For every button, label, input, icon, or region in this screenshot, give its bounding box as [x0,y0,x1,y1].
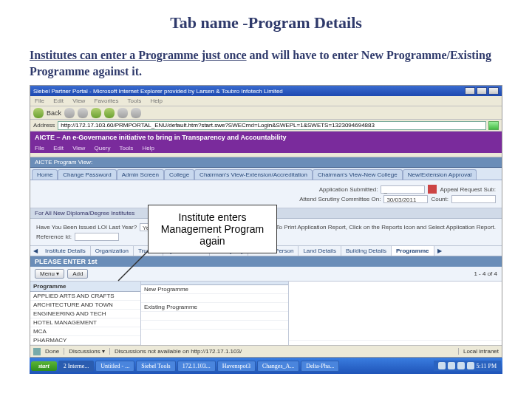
stop-icon[interactable] [78,108,88,118]
slide-title: Tab name -Program Details [30,13,502,33]
app-menubar: File Edit View Query Tools Help [30,143,502,153]
type-cell[interactable] [141,294,288,303]
zone-local-intranet: Local intranet [458,348,499,355]
app-menu-file[interactable]: File [35,145,44,151]
app-submitted-value: _ [381,185,425,194]
list-toolbar: Menu ▾ Add 1 - 4 of 4 [30,267,502,282]
tray-icon[interactable] [438,362,446,369]
tab-admin-screen[interactable]: Admin Screen [117,169,164,180]
callout-box: Institute enters Management Program agai… [148,205,277,253]
refresh-icon[interactable] [91,108,101,118]
ie-menu-help[interactable]: Help [151,98,163,104]
reference-id-value [75,233,119,241]
taskbar-item[interactable]: Untitled - ... [95,361,134,372]
programme-cell[interactable]: HOTEL MANAGEMENT [30,318,140,327]
subtab-programme[interactable]: Programme [392,246,434,256]
svg-line-0 [118,248,151,281]
done-icon [33,348,41,355]
count-value [451,195,496,203]
clock[interactable]: 5:11 PM [477,363,497,369]
windows-taskbar: start 2 Interne... Untitled - ... Siebel… [30,358,502,374]
tray-icon[interactable] [457,362,465,369]
reference-id-label: Reference Id: [36,233,72,240]
search-icon[interactable] [117,108,128,118]
tab-chairman-new-college[interactable]: Chairman's View-New College [313,169,403,180]
address-bar: Address [30,120,502,132]
taskbar-item[interactable]: 2 Interne... [58,361,95,372]
subtab-scroll-left[interactable]: ◀ [30,246,41,256]
taskbar-item[interactable]: 172.1.103... [177,361,216,372]
count-label: Count: [431,196,449,202]
taskbar-item[interactable]: Havenspot3 [217,361,256,372]
screen-tabs: Home Change Password Admin Screen Colleg… [30,168,502,180]
window-titlebar: Siebel Partner Portal - Microsoft Intern… [30,86,502,96]
add-button[interactable]: Add [67,269,88,279]
go-button[interactable] [488,121,499,130]
ie-menubar: File Edit View Favorites Tools Help [30,96,502,106]
address-label: Address [33,122,55,129]
type-cell[interactable]: Existing Programme [141,303,288,312]
app-menu-view[interactable]: View [72,145,85,151]
attend-label: Attend Scrutiny Committee On: [299,196,381,202]
print-hint: To Print Application Report, Click on th… [276,224,497,231]
type-cell[interactable]: New Programme [141,285,288,294]
tab-change-password[interactable]: Change Password [58,169,116,180]
back-label[interactable]: Back [47,109,61,117]
subtab-institute-details[interactable]: Institute Details [41,246,91,256]
start-button[interactable]: start [31,361,57,371]
ie-menu-tools[interactable]: Tools [128,98,142,104]
home-icon[interactable] [104,108,115,118]
taskbar-item[interactable]: Siebel Tools [136,361,176,372]
app-menu-query[interactable]: Query [95,145,111,151]
subtab-scroll-right[interactable]: ▶ [434,246,445,256]
tab-college[interactable]: College [164,169,194,180]
ie-menu-file[interactable]: File [35,98,44,104]
address-input[interactable] [58,121,486,130]
programme-cell[interactable]: MCA [30,327,140,336]
minimize-button[interactable] [465,87,475,95]
programme-cell[interactable]: ARCHITECTURE AND TOWN [30,301,140,310]
maximize-button[interactable] [477,87,487,95]
slide-subtitle: Institutes can enter a Programme just on… [30,47,502,79]
programme-cell[interactable]: APPLIED ARTS AND CRAFTS [30,292,140,301]
ie-menu-favorites[interactable]: Favorites [95,98,119,104]
subtitle-underlined: Institutes can enter a Programme just on… [30,49,247,61]
type-cell[interactable] [141,321,288,330]
app-menu-tools[interactable]: Tools [119,145,133,151]
ie-toolbar: Back [30,106,502,120]
tab-home[interactable]: Home [32,169,58,180]
taskbar-item[interactable]: Delta-Pha... [301,361,339,372]
back-icon[interactable] [33,108,44,118]
programme-cell[interactable]: ENGINEERING AND TECH [30,310,140,318]
tab-chairman-extension[interactable]: Chairman's View-Extension/Accreditation [194,169,313,180]
app-menu-edit[interactable]: Edit [53,145,64,151]
app-banner: AICTE – An e-Governance initiative to br… [30,132,502,143]
please-enter-bar: PLEASE ENTER 1st [30,256,502,267]
tab-new-extension-approval[interactable]: New/Extension Approval [403,169,477,180]
taskbar-item[interactable]: Changes_A... [257,361,299,372]
ie-menu-edit[interactable]: Edit [53,98,64,104]
favorites-icon[interactable] [131,108,141,118]
tray-icon[interactable] [467,362,474,369]
view-title: AICTE Program View: [30,157,502,168]
subtab-building-details[interactable]: Building Details [341,246,392,256]
flag-icon [428,185,437,194]
close-button[interactable] [488,87,499,95]
loi-label: Have You Been Issued LOI Last Year? [36,224,137,231]
ie-menu-view[interactable]: View [72,98,85,104]
menu-dropdown[interactable]: Menu ▾ [35,269,64,279]
window-title: Siebel Partner Portal - Microsoft Intern… [33,88,283,95]
subtab-land-details[interactable]: Land Details [299,246,341,256]
programme-cell[interactable]: PHARMACY [30,336,140,345]
app-menu-help[interactable]: Help [142,145,154,151]
type-cell[interactable] [141,312,288,321]
status-done: Done [45,348,59,355]
discussions-dropdown[interactable]: Discussions ▾ [64,348,105,355]
programme-grid: Programme APPLIED ARTS AND CRAFTS ARCHIT… [30,282,502,345]
ie-statusbar: Done Discussions ▾ Discussions not avail… [30,345,502,357]
system-tray[interactable]: 5:11 PM [434,361,502,371]
tray-icon[interactable] [448,362,455,369]
app-submitted-label: Application Submitted: [319,186,378,193]
appeal-label: Appeal Request Sub: [440,186,496,193]
forward-icon[interactable] [64,108,75,118]
